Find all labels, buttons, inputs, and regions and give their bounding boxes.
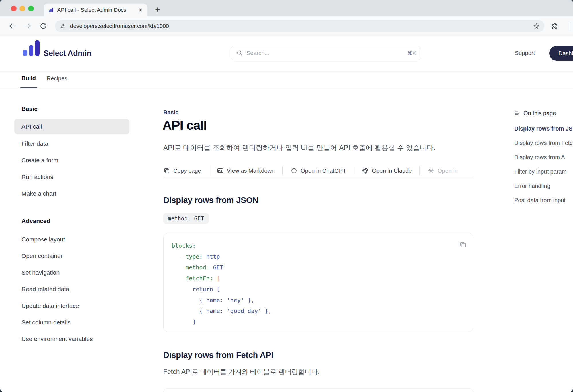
copy-icon (163, 167, 170, 174)
code-line: fetchFn: | (172, 273, 272, 284)
traffic-zoom-icon[interactable] (28, 6, 34, 11)
spark-icon (427, 167, 434, 174)
sidebar-item-set-navigation[interactable]: Set navigation (14, 264, 129, 281)
traffic-close-icon[interactable] (11, 6, 17, 11)
tab-close-icon[interactable]: ✕ (138, 7, 143, 13)
sidebar-section-basic: BasicAPI callFilter dataCreate a formRun… (14, 105, 129, 202)
browser-tab-bar: API call - Select Admin Docs ✕ + (0, 0, 573, 16)
openai-icon (291, 167, 297, 174)
code-block: blocks: - type: http method: GET fetchFn… (163, 233, 473, 332)
section-heading-fetch: Display rows from Fetch API (163, 350, 273, 360)
sidebar-item-update-data-interface[interactable]: Update data interface (14, 298, 129, 314)
tab-recipes[interactable]: Recipes (47, 75, 67, 82)
page-description: API로 데이터를 조회하여 렌더링하거나 입력 UI를 만들어 API 호출에… (163, 143, 435, 152)
new-tab-button[interactable]: + (152, 4, 163, 15)
site-info-icon[interactable] (59, 23, 66, 29)
traffic-minimize-icon[interactable] (19, 6, 25, 11)
extensions-icon[interactable] (551, 23, 559, 30)
back-icon[interactable] (9, 22, 16, 30)
site-favicon-icon (48, 7, 54, 13)
action-label: Copy page (173, 168, 201, 174)
section-fetch-description: Fetch API로 데이터를 가져와 테이블로 렌더링합니다. (163, 367, 320, 376)
select-admin-logo-icon[interactable] (23, 40, 40, 56)
action-label: Open in ChatGPT (301, 168, 346, 174)
view-as-markdown-button[interactable]: View as Markdown (217, 167, 275, 174)
on-this-page: On this page Display rows from JSONDispl… (514, 109, 573, 207)
section-heading-json: Display rows from JSON (163, 196, 258, 205)
sidebar-item-use-environment-variables[interactable]: Use environment variables (14, 331, 129, 347)
markdown-icon (217, 167, 224, 174)
sidebar-item-create-a-form[interactable]: Create a form (14, 152, 129, 169)
action-label: Open in (437, 168, 458, 174)
toc-header: On this page (514, 109, 573, 117)
method-chip: method: GET (163, 213, 209, 224)
tab-title: API call - Select Admin Docs (57, 7, 135, 13)
address-bar[interactable]: developers.selectfromuser.com/kb/1000 (55, 20, 544, 32)
sidebar-item-compose-layout[interactable]: Compose layout (14, 231, 129, 248)
breadcrumb: Basic (163, 109, 178, 116)
sidebar-item-run-actions[interactable]: Run actions (14, 169, 129, 185)
support-link[interactable]: Support (515, 50, 535, 56)
code-line: method: GET (172, 262, 272, 273)
open-in-claude-button[interactable]: Open in Claude (362, 167, 412, 174)
code-line: blocks: (172, 240, 272, 251)
header-divider (0, 71, 573, 72)
code-line: { name: 'good day' }, (172, 306, 272, 316)
sidebar-item-open-container[interactable]: Open container (14, 248, 129, 264)
browser-toolbar: developers.selectfromuser.com/kb/1000 (0, 16, 573, 36)
page-title: API call (162, 118, 207, 133)
action-separator (354, 166, 354, 175)
browser-window: API call - Select Admin Docs ✕ + develop… (0, 0, 573, 392)
sidebar-item-set-column-details[interactable]: Set column details (14, 314, 129, 331)
action-separator (282, 166, 283, 175)
sidebar-item-make-a-chart[interactable]: Make a chart (14, 185, 129, 202)
toc-item-2[interactable]: Display rows from Fetch API (514, 136, 573, 150)
page-actions: Copy pageView as MarkdownOpen in ChatGPT… (163, 165, 474, 177)
sidebar-item-filter-data[interactable]: Filter data (14, 135, 129, 152)
url-text[interactable]: developers.selectfromuser.com/kb/1000 (70, 23, 533, 29)
forward-icon[interactable] (24, 22, 32, 30)
toc-item-4[interactable]: Filter by input param (514, 164, 573, 179)
code-line: - type: http (172, 251, 272, 262)
code-line: { name: 'hey' }, (172, 295, 272, 306)
brand-name[interactable]: Select Admin (44, 49, 91, 58)
dashboard-button[interactable]: Dashboard (549, 46, 573, 61)
toolbar-divider (570, 22, 570, 30)
action-separator (419, 166, 420, 175)
toc-title: On this page (523, 110, 556, 117)
action-separator (209, 166, 209, 175)
sidebar-item-api-call[interactable]: API call (14, 119, 129, 134)
sidebar-item-read-related-data[interactable]: Read related data (14, 281, 129, 298)
copy-code-icon[interactable] (459, 241, 467, 248)
actions-divider (163, 178, 473, 178)
tab-build[interactable]: Build (21, 75, 36, 82)
tabs-divider (0, 89, 573, 89)
toc-item-1[interactable]: Display rows from JSON (514, 121, 573, 136)
open-in-chatgpt-button[interactable]: Open in ChatGPT (291, 167, 346, 174)
code-line: return [ (172, 284, 272, 295)
search-icon (236, 50, 243, 56)
active-tab-underline (20, 87, 37, 88)
toc-list-icon (514, 110, 520, 116)
claude-icon (362, 167, 369, 174)
reload-icon[interactable] (40, 22, 47, 30)
action-label: Open in Claude (372, 168, 412, 174)
toc-item-6[interactable]: Post data from input (514, 193, 573, 207)
toc-item-5[interactable]: Error handling (514, 179, 573, 193)
browser-tab[interactable]: API call - Select Admin Docs ✕ (44, 4, 147, 16)
copy-page-button[interactable]: Copy page (163, 167, 201, 174)
sidebar-section-title: Advanced (14, 217, 129, 225)
docs-sidebar: BasicAPI callFilter dataCreate a formRun… (14, 105, 129, 347)
code-content: blocks: - type: http method: GET fetchFn… (172, 240, 272, 327)
bookmark-star-icon[interactable] (533, 23, 540, 30)
sidebar-section-title: Basic (14, 105, 129, 113)
sidebar-section-advanced: AdvancedCompose layoutOpen containerSet … (14, 217, 129, 347)
search-placeholder: Search... (246, 50, 407, 56)
toc-item-3[interactable]: Display rows from A (514, 150, 573, 164)
code-block-second (163, 388, 473, 392)
search-shortcut: ⌘K (407, 50, 416, 56)
code-line: ] (172, 316, 272, 327)
search-input[interactable]: Search... ⌘K (231, 46, 421, 60)
action-label: View as Markdown (227, 168, 275, 174)
open-in-button[interactable]: Open in (427, 167, 458, 174)
